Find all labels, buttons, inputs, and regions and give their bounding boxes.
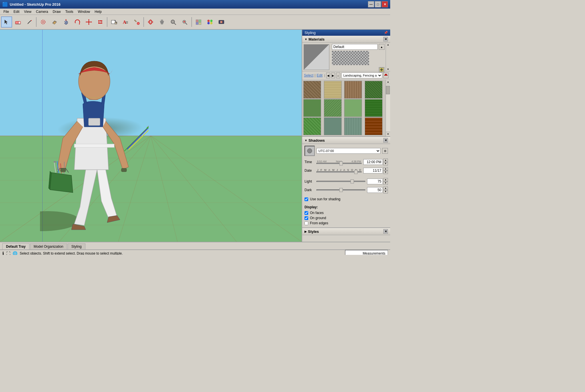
time-value-input[interactable] bbox=[363, 159, 383, 165]
styles-close-button[interactable]: ✕ bbox=[383, 229, 388, 234]
shadow-toggle-button[interactable] bbox=[304, 146, 315, 156]
menu-camera[interactable]: Camera bbox=[34, 9, 51, 14]
dark-value-input[interactable] bbox=[367, 187, 383, 193]
texture-scroll-down[interactable]: ▼ bbox=[386, 132, 390, 136]
dark-down-button[interactable]: ▼ bbox=[383, 190, 388, 193]
texture-scroll-up[interactable]: ▲ bbox=[386, 80, 390, 84]
scale-tool[interactable] bbox=[95, 17, 106, 27]
zoom-extents-tool[interactable] bbox=[179, 17, 190, 27]
styles-header: ▶ Styles ✕ bbox=[302, 228, 390, 235]
dark-slider[interactable] bbox=[316, 189, 365, 191]
select-edit-row: Select | Edit | ◀ ▶ ⌂ Landscaping, Fenci… bbox=[302, 71, 390, 80]
rotate-tool[interactable] bbox=[72, 17, 83, 27]
zoom-tool[interactable] bbox=[168, 17, 179, 27]
time-slider[interactable] bbox=[316, 163, 362, 164]
orbit-tool[interactable] bbox=[145, 17, 156, 27]
material-scroll-up-btn[interactable]: ▲ bbox=[386, 43, 390, 46]
material-name-input[interactable] bbox=[332, 44, 378, 50]
time-down-button[interactable]: ▼ bbox=[383, 162, 388, 165]
date-spinner: ▲ ▼ bbox=[383, 167, 388, 174]
date-slider[interactable] bbox=[316, 171, 362, 173]
eraser-tool[interactable] bbox=[13, 17, 23, 27]
select-tab[interactable]: Select bbox=[304, 73, 313, 77]
shadow-settings-button[interactable]: ⚙ bbox=[382, 148, 388, 154]
menu-view[interactable]: View bbox=[22, 9, 34, 14]
tab-default-tray[interactable]: Default Tray bbox=[2, 243, 29, 249]
texture-item-9[interactable] bbox=[303, 117, 321, 135]
menu-edit[interactable]: Edit bbox=[11, 9, 22, 14]
materials-close-button[interactable]: ✕ bbox=[383, 37, 388, 41]
texture-item-8[interactable] bbox=[365, 99, 382, 117]
materials-collapse-arrow[interactable]: ▼ bbox=[304, 38, 307, 41]
select-tool[interactable] bbox=[1, 17, 12, 27]
lasso-tool[interactable] bbox=[38, 17, 49, 27]
shadows-collapse-arrow[interactable]: ▼ bbox=[304, 139, 307, 142]
texture-item-4[interactable] bbox=[365, 81, 382, 99]
paintbucket-tool[interactable] bbox=[131, 17, 142, 27]
texture-item-10[interactable] bbox=[324, 117, 342, 135]
light-down-button[interactable]: ▼ bbox=[383, 181, 388, 185]
edit-tab[interactable]: Edit bbox=[316, 73, 322, 77]
titlebar-controls[interactable]: — □ ✕ bbox=[368, 1, 388, 7]
styles-collapse-arrow[interactable]: ▶ bbox=[304, 230, 307, 233]
from-edges-checkbox[interactable] bbox=[304, 221, 308, 225]
texture-item-12[interactable] bbox=[365, 117, 382, 135]
texture-item-6[interactable] bbox=[324, 99, 342, 117]
pushpull-tool[interactable] bbox=[61, 17, 71, 27]
light-value-input[interactable] bbox=[367, 179, 383, 184]
rectangle-tool[interactable] bbox=[49, 17, 60, 27]
on-faces-checkbox[interactable] bbox=[304, 211, 308, 215]
nav-back-button[interactable]: ◀ bbox=[326, 73, 330, 78]
timezone-dropdown[interactable]: UTC-07:00 bbox=[316, 148, 380, 154]
light-up-button[interactable]: ▲ bbox=[383, 178, 388, 181]
material-scroll-down-btn[interactable]: ▼ bbox=[386, 68, 390, 71]
panel-pin[interactable]: 📌 bbox=[384, 31, 388, 35]
texture-item-5[interactable] bbox=[303, 99, 321, 117]
texture-scroll-thumb[interactable] bbox=[386, 86, 390, 94]
pencil-tool[interactable] bbox=[24, 17, 35, 27]
nav-forward-button[interactable]: ▶ bbox=[331, 73, 335, 78]
menu-tools[interactable]: Tools bbox=[63, 9, 76, 14]
material-add-button[interactable] bbox=[379, 67, 384, 72]
styles-header-left: ▶ Styles bbox=[304, 229, 319, 234]
date-down-button[interactable]: ▼ bbox=[383, 171, 388, 174]
category-dropdown[interactable]: Landscaping, Fencing a bbox=[341, 73, 382, 78]
shadows-close-button[interactable]: ✕ bbox=[383, 138, 388, 143]
material-preview-swatch[interactable] bbox=[304, 44, 329, 70]
from-edges-row: From edges bbox=[304, 221, 388, 226]
close-button[interactable]: ✕ bbox=[382, 1, 388, 7]
dark-up-button[interactable]: ▲ bbox=[383, 187, 388, 190]
text-tool[interactable]: A bbox=[120, 17, 131, 27]
light-slider[interactable] bbox=[316, 181, 365, 182]
menu-help[interactable]: Help bbox=[92, 9, 104, 14]
date-up-button[interactable]: ▲ bbox=[383, 167, 388, 171]
tab-model-organization[interactable]: Model Organization bbox=[30, 243, 67, 249]
nav-home-button[interactable]: ⌂ bbox=[336, 73, 340, 78]
menu-file[interactable]: File bbox=[1, 9, 11, 14]
texture-item-1[interactable] bbox=[303, 81, 321, 99]
components-tool[interactable] bbox=[193, 17, 204, 27]
pan-tool[interactable] bbox=[157, 17, 167, 27]
apply-material-button[interactable] bbox=[383, 73, 388, 78]
scenes-tool[interactable] bbox=[216, 17, 227, 27]
menu-draw[interactable]: Draw bbox=[51, 9, 63, 14]
minimize-button[interactable]: — bbox=[368, 1, 374, 7]
texture-item-11[interactable] bbox=[344, 117, 362, 135]
texture-item-2[interactable] bbox=[324, 81, 342, 99]
viewport[interactable] bbox=[0, 30, 302, 242]
texture-item-7[interactable] bbox=[344, 99, 362, 117]
svg-point-41 bbox=[148, 21, 153, 23]
menu-window[interactable]: Window bbox=[76, 9, 93, 14]
on-ground-checkbox[interactable] bbox=[304, 216, 308, 220]
use-sun-checkbox[interactable] bbox=[304, 197, 308, 201]
date-value-input[interactable] bbox=[363, 168, 383, 173]
tab-styling[interactable]: Styling bbox=[68, 243, 85, 249]
materials-tool[interactable] bbox=[205, 17, 215, 27]
texture-item-3[interactable] bbox=[344, 81, 362, 99]
material-scroll-up[interactable]: ▲ bbox=[379, 44, 384, 50]
move-tool[interactable] bbox=[83, 17, 94, 27]
maximize-button[interactable]: □ bbox=[375, 1, 381, 7]
export-tool[interactable] bbox=[109, 17, 119, 27]
date-slider-area: JFMAMJJASOND bbox=[316, 169, 362, 173]
time-up-button[interactable]: ▲ bbox=[383, 159, 388, 162]
